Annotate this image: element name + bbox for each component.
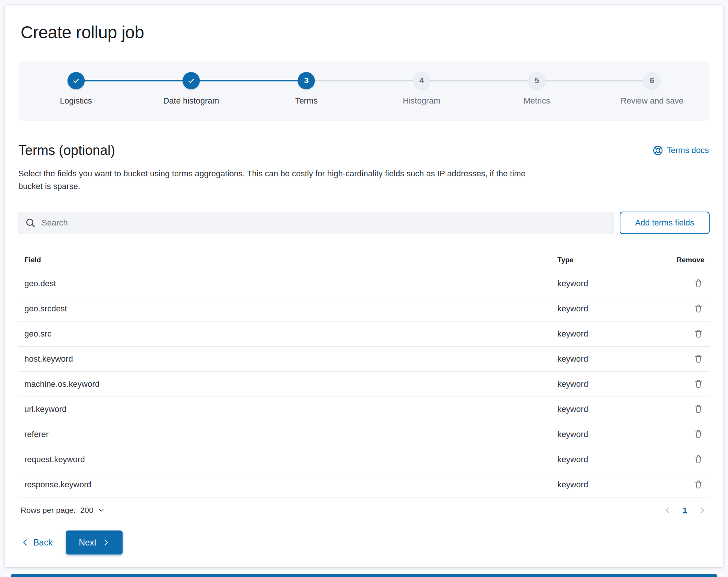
pager: 1 <box>664 506 710 515</box>
step-circle[interactable]: 2 <box>183 72 200 89</box>
field-cell: geo.src <box>18 329 557 339</box>
chevron-left-icon <box>664 506 671 514</box>
remove-field-button[interactable] <box>692 428 704 440</box>
trash-icon <box>694 455 703 464</box>
rows-per-page-label: Rows per page: <box>21 506 76 515</box>
back-button-label: Back <box>33 538 52 548</box>
type-cell: keyword <box>557 304 674 314</box>
check-icon <box>72 77 80 85</box>
table-row: host.keyword keyword <box>18 347 710 372</box>
search-icon <box>25 218 36 228</box>
type-cell: keyword <box>557 379 674 389</box>
type-cell: keyword <box>557 329 674 339</box>
step-label: Histogram <box>403 96 440 106</box>
terms-docs-link[interactable]: Terms docs <box>653 145 709 156</box>
table-row: machine.os.keyword keyword <box>18 372 710 397</box>
step-date-histogram[interactable]: 2 Date histogram <box>133 72 249 106</box>
trash-icon <box>694 279 703 288</box>
next-button-label: Next <box>79 538 96 548</box>
bottom-bar-peek <box>11 574 717 577</box>
page-number-1[interactable]: 1 <box>683 506 687 515</box>
stepper: 1 Logistics 2 Date histogram 3 Terms <box>18 61 710 121</box>
trash-icon <box>694 304 703 313</box>
field-cell: referer <box>18 430 557 439</box>
field-column-header: Field <box>18 256 557 264</box>
chevron-left-icon <box>21 539 29 546</box>
remove-field-button[interactable] <box>692 478 704 490</box>
footer-navigation: Back Next <box>18 530 710 554</box>
table-row: response.keyword keyword <box>18 472 710 497</box>
chevron-right-icon <box>102 539 110 546</box>
step-label: Terms <box>295 96 318 106</box>
field-cell: host.keyword <box>18 354 557 364</box>
trash-icon <box>694 480 703 489</box>
table-row: url.keyword keyword <box>18 397 710 422</box>
type-cell: keyword <box>557 480 674 490</box>
terms-docs-label: Terms docs <box>667 146 709 155</box>
rows-per-page-selector[interactable]: Rows per page: 200 <box>18 506 105 515</box>
step-label: Review and save <box>621 96 684 106</box>
type-column-header: Type <box>557 256 674 264</box>
field-cell: geo.dest <box>18 279 557 288</box>
chevron-right-icon <box>698 506 706 514</box>
trash-icon <box>694 430 703 439</box>
step-circle: 4 <box>413 72 430 89</box>
step-label: Metrics <box>524 96 550 106</box>
table-row: request.keyword keyword <box>18 447 710 472</box>
remove-field-button[interactable] <box>692 453 704 465</box>
step-metrics: 5 Metrics <box>479 72 594 106</box>
trash-icon <box>694 404 703 413</box>
step-logistics[interactable]: 1 Logistics <box>18 72 133 106</box>
toolbar: Add terms fields <box>18 212 710 234</box>
remove-field-button[interactable] <box>692 378 704 390</box>
remove-field-button[interactable] <box>692 353 704 365</box>
table-row: geo.dest keyword <box>18 271 710 296</box>
section-description: Select the fields you want to bucket usi… <box>18 167 536 193</box>
field-cell: url.keyword <box>18 404 557 414</box>
table-row: geo.src keyword <box>18 322 710 347</box>
search-input[interactable] <box>42 218 607 228</box>
section-header: Terms (optional) Terms docs <box>18 143 710 158</box>
remove-field-button[interactable] <box>692 328 704 340</box>
life-ring-icon <box>653 145 663 156</box>
table-body: geo.dest keyword geo.srcdest keyword <box>18 271 710 497</box>
type-cell: keyword <box>557 404 674 414</box>
trash-icon <box>694 354 703 363</box>
type-cell: keyword <box>557 279 674 288</box>
step-circle: 5 <box>528 72 545 89</box>
table-row: geo.srcdest keyword <box>18 296 710 322</box>
section-title: Terms (optional) <box>18 143 115 158</box>
field-cell: geo.srcdest <box>18 304 557 314</box>
type-cell: keyword <box>557 455 674 464</box>
rows-per-page-value: 200 <box>80 506 93 515</box>
remove-field-button[interactable] <box>692 277 704 289</box>
step-terms[interactable]: 3 Terms <box>249 72 364 106</box>
check-icon <box>187 77 195 85</box>
add-terms-fields-button[interactable]: Add terms fields <box>620 212 710 234</box>
field-cell: machine.os.keyword <box>18 379 557 389</box>
table-row: referer keyword <box>18 422 710 447</box>
terms-fields-table: Field Type Remove geo.dest keyword geo.s… <box>18 251 710 497</box>
pagination-bar: Rows per page: 200 1 <box>18 506 710 515</box>
page-title: Create rollup job <box>21 22 710 43</box>
table-header-row: Field Type Remove <box>18 251 710 271</box>
step-histogram: 4 Histogram <box>364 72 479 106</box>
step-label: Date histogram <box>163 96 219 106</box>
trash-icon <box>694 329 703 338</box>
step-label: Logistics <box>60 96 92 106</box>
step-circle[interactable]: 1 <box>67 72 85 89</box>
step-review-and-save: 6 Review and save <box>595 72 710 106</box>
type-cell: keyword <box>557 354 674 364</box>
next-button[interactable]: Next <box>66 530 123 554</box>
step-circle: 6 <box>643 72 661 89</box>
remove-field-button[interactable] <box>692 403 704 415</box>
field-cell: response.keyword <box>18 480 557 490</box>
type-cell: keyword <box>557 430 674 439</box>
step-circle[interactable]: 3 <box>298 72 315 89</box>
chevron-down-icon <box>98 507 105 514</box>
field-cell: request.keyword <box>18 455 557 464</box>
remove-field-button[interactable] <box>692 302 704 314</box>
back-button[interactable]: Back <box>18 538 52 548</box>
trash-icon <box>694 379 703 388</box>
search-box[interactable] <box>18 212 614 234</box>
